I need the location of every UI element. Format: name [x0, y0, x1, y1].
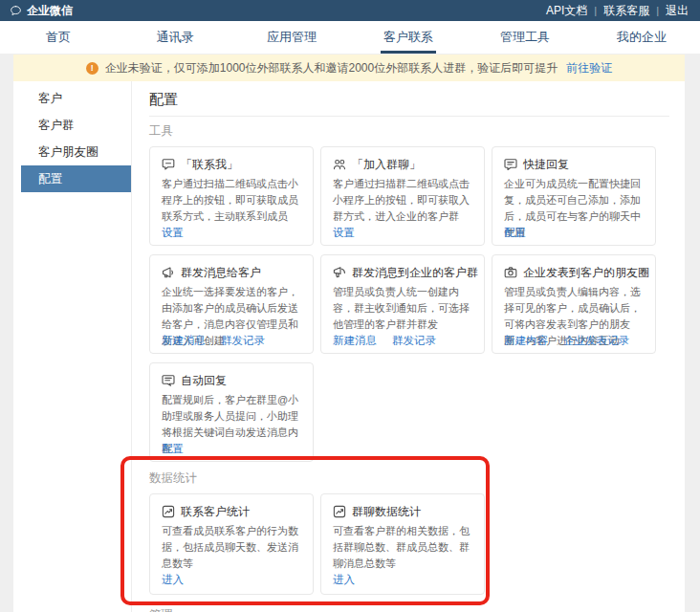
chart-icon	[333, 505, 346, 518]
card-title: 「加入群聊」	[352, 157, 421, 173]
card-title: 快捷回复	[523, 157, 569, 173]
new-content-link[interactable]: 新建内容	[504, 333, 548, 349]
page-content: ! 企业未验证，仅可添加1000位外部联系人和邀请2000位外部联系人进群，验证…	[13, 55, 685, 612]
stats-card-group-chat: 群聊数据统计 可查看客户群的相关数据，包括群聊总数、群成员总数、群聊消息总数等 …	[320, 493, 485, 595]
card-description: 客户通过扫描群二维码或点击小程序上的按钮，即可获取入群方式，进入企业的客户群	[333, 176, 472, 225]
tools-grid: 「联系我」 客户通过扫描二维码或点击小程序上的按钮，即可获取成员联系方式，主动联…	[149, 146, 669, 462]
enter-customer-stats-link[interactable]: 进入	[162, 572, 184, 588]
card-title: 企业发表到客户的朋友圈	[523, 265, 649, 281]
auto-reply-config-link[interactable]: 配置	[162, 441, 184, 457]
divider	[149, 116, 669, 117]
warning-icon: !	[86, 62, 98, 75]
chat-bubble-logo-icon	[10, 5, 22, 17]
card-description: 客户通过扫描二维码或点击小程序上的按钮，即可获取成员联系方式，主动联系到成员	[162, 176, 301, 225]
chart-icon	[162, 505, 175, 518]
api-docs-link[interactable]: API文档	[546, 3, 587, 19]
tool-card-auto-reply: 自动回复 配置规则后，客户在群里@小助理或服务人员提问，小助理将根据关键词自动发…	[149, 362, 314, 462]
tools-section-label: 工具	[149, 124, 669, 139]
sidebar-item-config[interactable]: 配置	[21, 165, 131, 192]
nav-tab-admin-tools[interactable]: 管理工具	[467, 21, 583, 54]
go-verify-link[interactable]: 前往验证	[566, 60, 612, 76]
manage-section-label: 管理	[149, 608, 669, 612]
stats-card-customer-contact: 联系客户统计 可查看成员联系客户的行为数据，包括成员聊天数、发送消息数等 进入	[149, 493, 314, 595]
tool-card-quick-reply: 快捷回复 企业可为成员统一配置快捷回复，成员还可自己添加，添加后，成员可在与客户…	[492, 146, 656, 246]
card-title: 群聊数据统计	[352, 504, 421, 520]
tool-card-group-send-customers: 群发消息给客户 企业统一选择要发送的客户，由添加客户的成员确认后发送给客户，消息…	[149, 254, 314, 354]
nav-tab-home[interactable]: 首页	[0, 21, 117, 54]
main-content: 配置 工具 「联系我」 客户通过扫描二维码或点击小程序上的按钮，即可获取成员联系…	[132, 81, 685, 612]
new-message-link[interactable]: 新建消息	[333, 333, 377, 349]
group-send-records-link[interactable]: 群发记录	[392, 333, 436, 349]
stats-grid: 联系客户统计 可查看成员联系客户的行为数据，包括成员聊天数、发送消息数等 进入	[149, 493, 669, 595]
tool-card-join-group: 「加入群聊」 客户通过扫描群二维码或点击小程序上的按钮，即可获取入群方式，进入企…	[320, 146, 485, 246]
megaphone-icon	[162, 266, 175, 279]
notice-text: 企业未验证，仅可添加1000位外部联系人和邀请2000位外部联系人进群，验证后即…	[105, 60, 558, 76]
logout-link[interactable]: 退出	[666, 3, 689, 19]
sidebar-item-customer-groups[interactable]: 客户群	[13, 112, 131, 139]
separator: |	[594, 5, 597, 16]
stats-section: 数据统计 联系客户统计 可查看成员联系客户的行为数据，包括成员聊天数、发送消息数…	[149, 471, 669, 595]
card-description: 可查看客户群的相关数据，包括群聊总数、群成员总数、群聊消息总数等	[333, 523, 472, 572]
card-description: 管理员或负责人统一创建内容，群主收到通知后，可选择他管理的客户群并群发	[333, 284, 472, 333]
join-group-icon	[333, 158, 346, 171]
topbar-links: API文档 | 联系客服 | 退出	[546, 3, 689, 19]
quick-reply-config-link[interactable]: 配置	[504, 225, 526, 241]
sidebar: 客户 客户群 客户朋友圈 配置	[13, 81, 132, 612]
card-title: 群发消息给客户	[181, 265, 261, 281]
contact-support-link[interactable]: 联系客服	[603, 3, 649, 19]
stats-section-label: 数据统计	[149, 471, 669, 486]
card-title: 联系客户统计	[181, 504, 250, 520]
separator: |	[656, 5, 659, 16]
contact-me-bubble-icon	[162, 158, 175, 171]
wechat-work-logo: 企业微信	[10, 3, 73, 19]
nav-tab-apps[interactable]: 应用管理	[233, 21, 350, 54]
topbar: 企业微信 API文档 | 联系客服 | 退出	[0, 0, 700, 21]
group-send-records-link[interactable]: 群发记录	[221, 333, 265, 349]
nav-tab-my-company[interactable]: 我的企业	[583, 21, 700, 54]
verification-notice-bar: ! 企业未验证，仅可添加1000位外部联系人和邀请2000位外部联系人进群，验证…	[13, 55, 685, 81]
broadcast-group-icon	[333, 266, 346, 279]
card-description: 可查看成员联系客户的行为数据，包括成员聊天数、发送消息数等	[162, 523, 301, 572]
enter-group-stats-link[interactable]: 进入	[333, 572, 355, 588]
sidebar-item-customer-moments[interactable]: 客户朋友圈	[13, 139, 131, 165]
tool-card-group-send-groups: 群发消息到企业的客户群 管理员或负责人统一创建内容，群主收到通知后，可选择他管理…	[320, 254, 485, 354]
tool-card-contact-me: 「联系我」 客户通过扫描二维码或点击小程序上的按钮，即可获取成员联系方式，主动联…	[149, 146, 314, 246]
card-title: 群发消息到企业的客户群	[352, 265, 478, 281]
page-title: 配置	[149, 91, 669, 107]
nav-tab-customer-contact[interactable]: 客户联系	[350, 21, 467, 54]
brand-name: 企业微信	[27, 3, 73, 19]
join-group-settings-link[interactable]: 设置	[333, 225, 355, 241]
contact-me-settings-link[interactable]: 设置	[162, 225, 184, 241]
content-panel: 客户 客户群 客户朋友圈 配置 配置 工具 「联系我」 客户通过扫描二维码	[13, 81, 685, 612]
auto-reply-icon	[162, 374, 175, 387]
quick-reply-icon	[504, 158, 517, 171]
nav-tab-contacts[interactable]: 通讯录	[117, 21, 233, 54]
main-nav: 首页 通讯录 应用管理 客户联系 管理工具 我的企业	[0, 21, 700, 54]
new-message-link[interactable]: 新建消息	[162, 333, 206, 349]
sidebar-item-customers[interactable]: 客户	[13, 85, 131, 112]
card-title: 自动回复	[181, 373, 227, 389]
tool-card-publish-moments: 企业发表到客户的朋友圈 管理员或负责人编辑内容，选择可见的客户，成员确认后，可将…	[492, 254, 656, 354]
publish-records-link[interactable]: 企业发表记录	[563, 333, 629, 349]
card-title: 「联系我」	[181, 157, 238, 173]
camera-icon	[504, 266, 517, 279]
